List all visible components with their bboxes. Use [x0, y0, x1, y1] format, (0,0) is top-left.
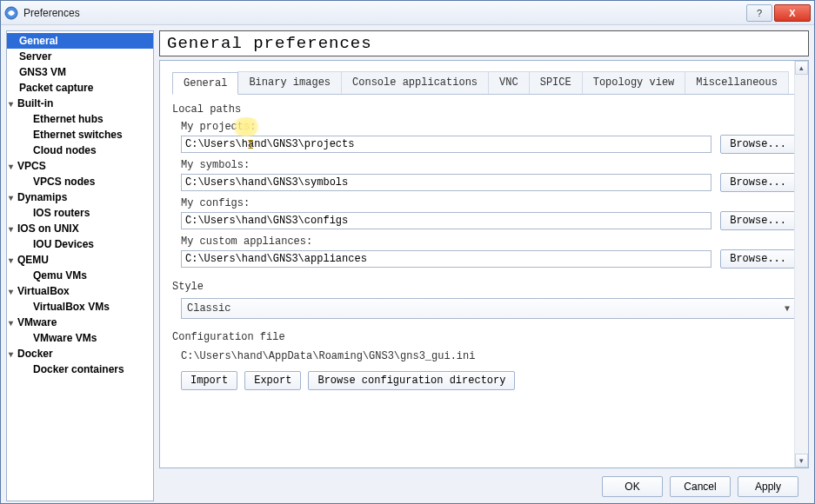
titlebar: Preferences ? X	[1, 1, 814, 25]
page-heading: General preferences	[159, 30, 809, 56]
tab-bar: GeneralBinary imagesConsole applications…	[172, 71, 796, 95]
sidebar-item-vpcs-nodes[interactable]: VPCS nodes	[7, 174, 153, 189]
cancel-button[interactable]: Cancel	[670, 476, 731, 497]
expand-arrow-icon: ▾	[9, 255, 17, 265]
configs-browse-button[interactable]: Browse...	[720, 211, 796, 230]
appliances-browse-button[interactable]: Browse...	[720, 249, 796, 269]
style-value: Classic	[187, 302, 230, 315]
sidebar-item-packet-capture[interactable]: Packet capture	[7, 80, 153, 96]
sidebar-item-vmware-vms[interactable]: VMware VMs	[7, 330, 153, 346]
label-my-projects: My projects: I	[181, 121, 796, 133]
chevron-down-icon: ▼	[785, 304, 790, 314]
tab-miscellaneous[interactable]: Miscellaneous	[685, 71, 789, 94]
section-config-file: Configuration file	[172, 331, 796, 343]
sidebar-item-general[interactable]: General	[7, 33, 153, 49]
dialog-body: GeneralServerGNS3 VMPacket capture▾Built…	[1, 25, 814, 503]
window-title: Preferences	[23, 7, 745, 19]
expand-arrow-icon: ▾	[9, 349, 17, 359]
scroll-down-icon[interactable]: ▾	[795, 454, 808, 468]
sidebar-item-virtualbox[interactable]: ▾VirtualBox	[7, 283, 153, 299]
style-combobox[interactable]: Classic ▼	[181, 298, 796, 319]
expand-arrow-icon: ▾	[9, 287, 17, 296]
scroll-up-icon[interactable]: ▴	[795, 61, 808, 75]
projects-path-input[interactable]	[181, 136, 711, 153]
sidebar-item-ios-on-unix[interactable]: ▾IOS on UNIX	[7, 221, 153, 236]
tab-general[interactable]: General	[172, 72, 238, 95]
config-file-path: C:\Users\hand\AppData\Roaming\GNS3\gns3_…	[181, 350, 796, 362]
sidebar-item-dynamips[interactable]: ▾Dynamips	[7, 189, 153, 205]
export-button[interactable]: Export	[244, 371, 301, 390]
main-pane: General preferences GeneralBinary images…	[159, 30, 809, 501]
tab-console-applications[interactable]: Console applications	[341, 71, 489, 94]
sidebar-item-qemu[interactable]: ▾QEMU	[7, 252, 153, 268]
sidebar-item-built-in[interactable]: ▾Built-in	[7, 96, 153, 111]
tab-spice[interactable]: SPICE	[529, 71, 583, 94]
tab-binary-images[interactable]: Binary images	[237, 71, 342, 94]
import-button[interactable]: Import	[181, 371, 237, 390]
category-tree[interactable]: GeneralServerGNS3 VMPacket capture▾Built…	[6, 30, 154, 501]
label-my-appliances: My custom appliances:	[181, 235, 796, 248]
sidebar-item-qemu-vms[interactable]: Qemu VMs	[7, 268, 153, 283]
sidebar-item-cloud-nodes[interactable]: Cloud nodes	[7, 143, 153, 158]
appliances-path-input[interactable]	[181, 250, 711, 268]
expand-arrow-icon: ▾	[9, 224, 17, 234]
sidebar-item-vpcs[interactable]: ▾VPCS	[7, 158, 153, 174]
sidebar-item-ethernet-hubs[interactable]: Ethernet hubs	[7, 111, 153, 127]
content-panel: GeneralBinary imagesConsole applications…	[159, 60, 809, 468]
expand-arrow-icon: ▾	[9, 162, 17, 171]
expand-arrow-icon: ▾	[9, 318, 17, 328]
expand-arrow-icon: ▾	[9, 99, 17, 109]
dialog-footer: OK Cancel Apply	[159, 472, 809, 501]
sidebar-item-ios-routers[interactable]: IOS routers	[7, 205, 153, 221]
ok-button[interactable]: OK	[602, 476, 663, 497]
browse-config-dir-button[interactable]: Browse configuration directory	[308, 371, 515, 390]
label-my-configs: My configs:	[181, 197, 796, 209]
projects-browse-button[interactable]: Browse...	[720, 135, 796, 154]
symbols-browse-button[interactable]: Browse...	[720, 173, 796, 192]
configs-path-input[interactable]	[181, 212, 711, 229]
sidebar-item-docker[interactable]: ▾Docker	[7, 346, 153, 361]
section-style: Style	[172, 281, 796, 293]
close-button[interactable]: X	[774, 4, 811, 22]
app-icon	[4, 6, 18, 20]
section-local-paths: Local paths	[172, 103, 796, 116]
sidebar-item-virtualbox-vms[interactable]: VirtualBox VMs	[7, 299, 153, 315]
tab-vnc[interactable]: VNC	[488, 71, 530, 94]
minimize-button[interactable]: ?	[746, 4, 772, 22]
sidebar-item-vmware[interactable]: ▾VMware	[7, 315, 153, 330]
sidebar-item-iou-devices[interactable]: IOU Devices	[7, 236, 153, 252]
sidebar-item-docker-containers[interactable]: Docker containers	[7, 361, 153, 377]
sidebar-item-server[interactable]: Server	[7, 49, 153, 64]
apply-button[interactable]: Apply	[738, 476, 798, 497]
sidebar-item-ethernet-switches[interactable]: Ethernet switches	[7, 127, 153, 143]
vertical-scrollbar[interactable]: ▴ ▾	[794, 61, 808, 468]
symbols-path-input[interactable]	[181, 174, 711, 191]
preferences-window: Preferences ? X GeneralServerGNS3 VMPack…	[0, 0, 815, 504]
expand-arrow-icon: ▾	[9, 193, 17, 202]
highlight-marker	[230, 117, 263, 136]
window-buttons: ? X	[745, 4, 811, 22]
sidebar-item-gns3-vm[interactable]: GNS3 VM	[7, 64, 153, 80]
tab-topology-view[interactable]: Topology view	[582, 71, 686, 94]
label-my-symbols: My symbols:	[181, 159, 796, 171]
